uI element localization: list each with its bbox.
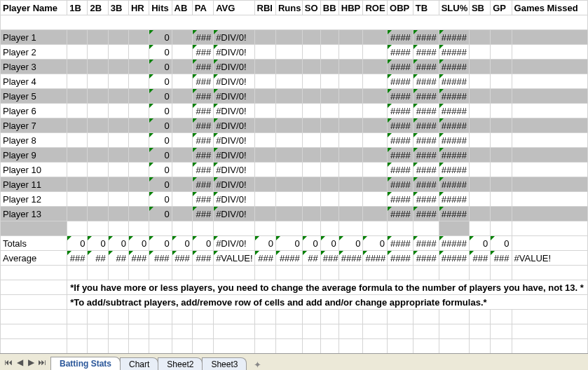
cell[interactable]: ####	[413, 60, 439, 74]
cell[interactable]: ####	[413, 74, 439, 89]
cell[interactable]	[275, 74, 302, 89]
cell[interactable]	[275, 45, 302, 60]
cell[interactable]: ####	[413, 133, 439, 148]
cell[interactable]	[67, 163, 88, 177]
cell[interactable]: ####	[388, 148, 413, 163]
cell[interactable]	[320, 30, 339, 45]
tab-chart[interactable]: Chart	[120, 357, 158, 370]
cell[interactable]	[275, 30, 302, 45]
cell[interactable]	[128, 266, 149, 280]
cell[interactable]	[512, 163, 587, 177]
cell[interactable]	[254, 118, 275, 133]
cell[interactable]	[108, 118, 128, 133]
cell[interactable]	[67, 266, 88, 280]
cell[interactable]	[254, 60, 275, 74]
cell[interactable]: ###	[192, 30, 213, 45]
cell[interactable]	[469, 30, 490, 45]
cell[interactable]	[512, 339, 587, 354]
cell[interactable]	[320, 177, 339, 192]
cell[interactable]	[320, 89, 339, 104]
cell[interactable]	[469, 133, 490, 148]
cell[interactable]	[88, 30, 108, 45]
cell[interactable]	[302, 163, 320, 177]
cell[interactable]	[320, 324, 339, 339]
cell[interactable]	[67, 324, 88, 339]
cell[interactable]	[320, 133, 339, 148]
cell[interactable]	[302, 192, 320, 207]
cell[interactable]: ####	[388, 118, 413, 133]
cell[interactable]	[320, 207, 339, 221]
cell[interactable]	[320, 104, 339, 118]
cell[interactable]	[491, 45, 512, 60]
cell[interactable]	[275, 207, 302, 221]
cell[interactable]	[254, 133, 275, 148]
cell[interactable]: Player 8	[1, 133, 67, 148]
cell[interactable]: #DIV/0!	[214, 207, 254, 221]
cell[interactable]	[363, 207, 388, 221]
cell[interactable]: 0	[149, 192, 172, 207]
cell[interactable]	[1, 280, 67, 295]
cell[interactable]: ###	[128, 251, 149, 266]
cell[interactable]	[88, 310, 108, 324]
cell[interactable]	[512, 177, 587, 192]
cell[interactable]: ###	[192, 74, 213, 89]
cell[interactable]	[363, 74, 388, 89]
column-header[interactable]: HR	[128, 1, 149, 15]
cell[interactable]: #DIV/0!	[214, 192, 254, 207]
cell[interactable]: ####	[413, 207, 439, 221]
cell[interactable]: ####	[363, 251, 388, 266]
cell[interactable]	[275, 177, 302, 192]
cell[interactable]	[67, 339, 88, 354]
cell[interactable]: ###	[149, 251, 172, 266]
cell[interactable]: #DIV/0!	[214, 118, 254, 133]
cell[interactable]	[275, 60, 302, 74]
cell[interactable]	[275, 163, 302, 177]
cell[interactable]	[491, 60, 512, 74]
cell[interactable]	[320, 310, 339, 324]
cell[interactable]: ###	[192, 207, 213, 221]
cell[interactable]: ####	[413, 148, 439, 163]
cell[interactable]: ###	[192, 45, 213, 60]
cell[interactable]	[275, 266, 302, 280]
spreadsheet-grid[interactable]: Player Name1B2B3BHRHitsABPAAVGRBIRunsSOB…	[0, 0, 588, 370]
cell[interactable]	[128, 324, 149, 339]
cell[interactable]: ###	[192, 148, 213, 163]
cell[interactable]	[108, 324, 128, 339]
cell[interactable]	[275, 133, 302, 148]
cell[interactable]	[469, 266, 490, 280]
cell[interactable]: ####	[413, 177, 439, 192]
cell[interactable]: ##	[302, 251, 320, 266]
cell[interactable]: ####	[388, 104, 413, 118]
cell[interactable]	[339, 207, 363, 221]
cell[interactable]	[320, 192, 339, 207]
cell[interactable]	[128, 310, 149, 324]
cell[interactable]	[1, 295, 67, 310]
cell[interactable]: ###	[192, 89, 213, 104]
cell[interactable]: ####	[413, 89, 439, 104]
column-header[interactable]: Hits	[149, 1, 172, 15]
cell[interactable]	[108, 74, 128, 89]
cell[interactable]	[88, 221, 108, 236]
tab-nav-last-icon[interactable]: ⏭	[36, 357, 48, 368]
cell[interactable]	[108, 133, 128, 148]
cell[interactable]: 0	[149, 104, 172, 118]
cell[interactable]	[67, 74, 88, 89]
cell[interactable]	[108, 339, 128, 354]
cell[interactable]	[388, 266, 413, 280]
cell[interactable]	[491, 339, 512, 354]
cell[interactable]	[172, 324, 192, 339]
column-header[interactable]: SO	[302, 1, 320, 15]
cell[interactable]	[339, 163, 363, 177]
cell[interactable]	[363, 324, 388, 339]
cell[interactable]: ####	[413, 163, 439, 177]
cell[interactable]	[128, 177, 149, 192]
cell[interactable]	[320, 60, 339, 74]
cell[interactable]	[339, 89, 363, 104]
cell[interactable]: Player 4	[1, 74, 67, 89]
cell[interactable]	[512, 266, 587, 280]
cell[interactable]	[172, 118, 192, 133]
cell[interactable]	[88, 133, 108, 148]
cell[interactable]	[339, 118, 363, 133]
cell[interactable]	[363, 192, 388, 207]
cell[interactable]: #DIV/0!	[214, 89, 254, 104]
